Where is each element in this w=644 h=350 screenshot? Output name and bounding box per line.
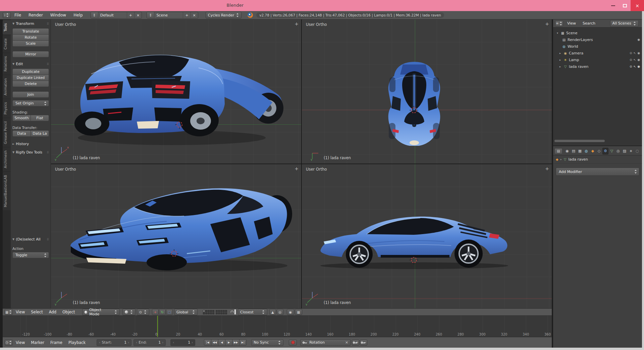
screen-delete-button[interactable]: × [134,12,142,18]
scene-name[interactable]: Scene [154,12,183,18]
next-keyframe-button[interactable]: ▶▶ [232,339,239,346]
region-expand-icon[interactable]: + [294,21,299,27]
data-layout-button[interactable]: Data La [31,130,49,137]
outliner-row-lamp[interactable]: ▸ ☀ Lamp ⊙ ↖ ◉ [553,56,642,63]
viewport-side-view[interactable]: User Ortho y (1) lada raven + [302,164,552,308]
tab-scene[interactable]: ▦ [577,148,583,155]
viewport-top-view[interactable]: User Ortho y (1) lada raven + [302,19,552,164]
delete-keyframe-button[interactable]: − [360,340,367,346]
translate-button[interactable]: Translate [12,28,49,35]
delete-button[interactable]: Delete [12,81,49,87]
opengl-render-image-icon[interactable]: ◉ [287,309,294,315]
menu-render[interactable]: Render [25,13,47,17]
decrement-icon[interactable]: ‹ [136,341,137,344]
outliner-row-lada-raven[interactable]: ▸ ▽ lada raven ⊙ ↖ ◉ [553,63,642,70]
select-toggle-icon[interactable]: ↖ [634,51,636,55]
scene-delete-button[interactable]: × [191,12,198,18]
transform-orientation-select[interactable]: Global [174,309,198,315]
outliner-menu-view[interactable]: View [565,21,579,26]
outliner-row-world[interactable]: ◍ World [553,43,642,50]
mode-select[interactable]: Object Mode [82,309,120,315]
region-expand-icon[interactable]: + [294,166,299,171]
maximize-button[interactable] [619,0,631,11]
opengl-render-anim-icon[interactable]: ▦ [295,309,302,315]
visibility-toggle-icon[interactable]: ⊙ [630,65,632,68]
manipulator-translate-icon[interactable]: + [152,309,159,315]
menu-file[interactable]: File [11,13,25,17]
smooth-button[interactable]: Smooth [12,115,31,121]
viewport-rear-view[interactable]: User Ortho y x (1) lada raven + [51,19,301,164]
tab-particles[interactable]: ∗ [628,148,634,155]
view3d-menu-view[interactable]: View [13,310,28,314]
duplicate-button[interactable]: Duplicate [12,69,49,75]
render-toggle-icon[interactable]: ◉ [637,58,640,61]
view3d-menu-select[interactable]: Select [28,310,46,314]
tab-physics[interactable]: Physics [3,99,11,118]
play-reverse-button[interactable]: ◀ [218,339,225,346]
increment-icon[interactable]: › [128,341,129,344]
region-expand-icon[interactable]: + [545,21,549,27]
tab-tools[interactable]: Tools [3,20,11,35]
select-toggle-icon[interactable]: ↖ [634,58,636,61]
duplicate-linked-button[interactable]: Duplicate Linked [12,75,49,81]
jump-to-end-button[interactable]: ▶| [239,339,247,346]
decrement-icon[interactable]: ‹ [173,341,174,344]
timeline-menu-marker[interactable]: Marker [28,340,47,345]
visibility-toggle-icon[interactable]: ⊙ [630,51,632,55]
tab-animation[interactable]: Animation [3,75,11,98]
tab-modifiers[interactable]: ⚙ [602,148,608,155]
rotate-button[interactable]: Rotate [12,34,49,41]
flat-button[interactable]: Flat [31,115,49,121]
outliner-horizontal-scrollbar[interactable] [554,140,605,142]
editor-type-3dview-icon[interactable]: ▦ [5,309,13,315]
play-button[interactable]: ▶ [225,339,232,346]
tab-create[interactable]: Create [3,35,11,52]
view3d-menu-add[interactable]: Add [46,310,59,314]
increment-icon[interactable]: › [162,341,163,344]
end-frame-field[interactable]: ‹ End: 1 › [133,339,166,346]
tab-constraints[interactable]: ◇ [596,148,602,155]
timeline-menu-playback[interactable]: Playback [65,340,89,345]
render-toggle-icon[interactable]: ◉ [637,38,640,41]
render-engine-select[interactable]: Cycles Render [206,12,241,18]
snap-magnet-icon[interactable] [234,310,236,314]
view3d-menu-object[interactable]: Object [59,310,78,314]
select-toggle-icon[interactable]: ↖ [634,65,636,68]
menu-window[interactable]: Window [47,13,70,17]
scene-browse-icon[interactable]: ↕ [147,12,154,18]
clear-keying-set-icon[interactable]: × [345,340,348,345]
outliner-row-camera[interactable]: ▸ ◉ Camera ⊙ ↖ ◉ [553,50,642,56]
editor-type-properties-icon[interactable]: ▤ [554,148,562,154]
tab-render[interactable]: ◉ [564,148,570,155]
render-toggle-icon[interactable]: ◉ [637,51,640,55]
data-button[interactable]: Data [12,130,31,137]
snap-peel-icon[interactable]: ◎ [277,309,283,315]
screen-layout-name[interactable]: Default [98,12,127,18]
manipulator-rotate-icon[interactable]: ↻ [159,309,166,315]
timeline-menu-view[interactable]: View [13,340,28,345]
outliner-row-scene[interactable]: ▾ ▦ Scene [553,30,642,36]
outliner-menu-search[interactable]: Search [580,21,598,26]
mirror-button[interactable]: Mirror [12,51,49,57]
screen-browse-icon[interactable]: ↕ [91,12,98,18]
timeline-menu-frame[interactable]: Frame [47,340,65,345]
tab-archimesh[interactable]: Archimesh [3,147,11,171]
outliner-row-renderlayers[interactable]: ▤ RenderLayers ◉ [553,36,642,43]
tab-physics[interactable]: ◌ [634,148,640,155]
viewport-front-view[interactable]: User Ortho y (1) lada raven + [51,164,301,308]
close-button[interactable]: × [631,0,644,11]
outliner-display-select[interactable]: All Scenes [610,20,639,27]
menu-help[interactable]: Help [70,13,86,17]
action-toggle-select[interactable]: Toggle [12,252,49,258]
editor-type-info-icon[interactable]: i [3,12,11,18]
layer-buttons[interactable] [203,310,227,314]
decrement-icon[interactable]: ‹ [99,341,100,344]
snap-element-select[interactable]: Closest [238,309,267,315]
tab-relations[interactable]: Relations [3,53,11,75]
tab-material[interactable]: ◎ [615,148,621,155]
tab-render-layers[interactable]: ▤ [571,148,577,155]
keying-set-select[interactable]: Rotation × [300,339,351,346]
scene-add-button[interactable]: + [183,12,190,18]
panel-deselect-header[interactable]: ▼ (De)select All ⠿ [12,237,49,242]
expand-icon[interactable]: ▸ [558,52,562,55]
